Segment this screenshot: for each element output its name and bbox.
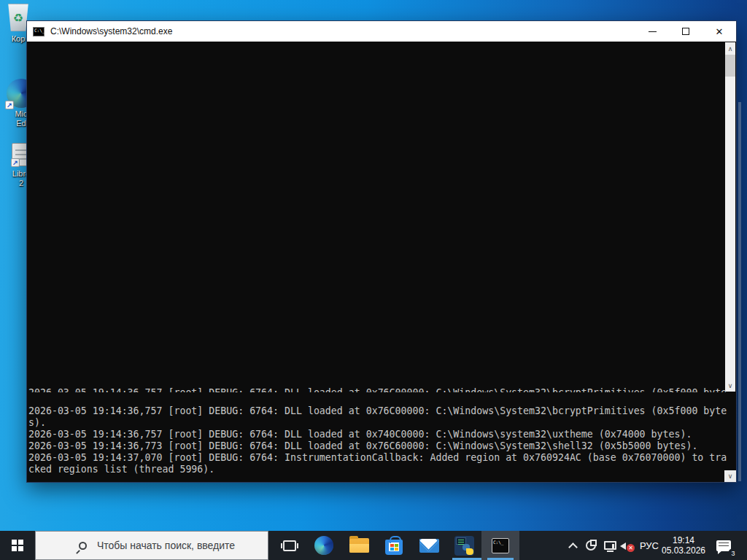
minimize-button[interactable] xyxy=(635,21,669,42)
taskbar-mail-button[interactable] xyxy=(411,531,446,560)
task-view-button[interactable] xyxy=(273,531,306,560)
language-indicator[interactable]: РУС xyxy=(636,531,662,560)
shortcut-arrow-icon: ↗ xyxy=(11,158,20,167)
taskbar-search[interactable]: Чтобы начать поиск, введите xyxy=(35,531,268,560)
console-log: 2026-03-05 19:14:36,757 [root] DEBUG: 67… xyxy=(28,405,727,475)
log-line: 2026-03-05 19:14:36,757 [root] DEBUG: 67… xyxy=(28,405,727,417)
action-center-button[interactable]: 3 xyxy=(711,531,737,560)
tray-volume-button[interactable]: ✕ xyxy=(619,531,636,560)
file-explorer-icon xyxy=(349,538,369,553)
edge-icon xyxy=(314,536,333,555)
window-title: C:\Windows\system32\cmd.exe xyxy=(50,26,172,36)
log-line: 2026-03-05 19:14:36,757 [root] DEBUG: 67… xyxy=(28,429,727,440)
taskbar-edge-button[interactable] xyxy=(306,531,341,560)
language-label: РУС xyxy=(640,540,659,551)
tray-recording-button[interactable] xyxy=(582,531,600,560)
scroll-up-icon[interactable]: ∧ xyxy=(725,42,735,55)
log-line: 2026-03-05 19:14:37,070 [root] DEBUG: 67… xyxy=(28,452,727,464)
recycle-glyph: ♻ xyxy=(13,11,23,25)
cmd-window: C:\_ C:\Windows\system32\cmd.exe ✕ ∧ ∨ 2… xyxy=(26,20,737,483)
taskbar-explorer-button[interactable] xyxy=(341,531,376,560)
taskbar-cmd-button[interactable]: C:\_ xyxy=(481,531,519,560)
cmd-icon: C:\_ xyxy=(492,538,509,553)
volume-muted-icon: ✕ xyxy=(620,540,635,551)
clock[interactable]: 19:14 05.03.2026 xyxy=(659,531,708,560)
maximize-button[interactable] xyxy=(669,21,703,42)
start-button[interactable] xyxy=(0,531,35,560)
log-line: 2026-03-05 19:14:36,773 [root] DEBUG: 67… xyxy=(28,440,727,452)
screen: ♻ Кор ↗ Mic Ed ↗ Libre 2 C:\_ C:\Windows… xyxy=(0,0,747,560)
search-placeholder: Чтобы начать поиск, введите xyxy=(97,540,235,551)
shortcut-arrow-icon: ↗ xyxy=(5,101,14,109)
log-line: s). xyxy=(28,417,727,429)
close-button[interactable]: ✕ xyxy=(703,21,736,42)
clipped-log-text: 2026-03-05 19:14:36,757 [root] DEBUG: 67… xyxy=(28,388,726,392)
scroll-down-icon[interactable]: ∨ xyxy=(725,379,735,392)
windows-logo-icon xyxy=(12,540,23,551)
taskbar-python-button[interactable] xyxy=(446,531,481,560)
window-titlebar[interactable]: C:\_ C:\Windows\system32\cmd.exe ✕ xyxy=(27,21,736,42)
cmd-icon: C:\_ xyxy=(33,27,44,36)
log-line: cked regions list (thread 5996). xyxy=(28,464,727,475)
mute-badge: ✕ xyxy=(627,544,635,552)
taskbar: Чтобы начать поиск, введите C xyxy=(0,531,747,560)
recording-circle-icon xyxy=(586,540,596,551)
clock-date: 05.03.2026 xyxy=(662,545,705,556)
scroll-down-icon-bottom[interactable]: ∨ xyxy=(724,470,736,482)
tray-expand-button[interactable] xyxy=(565,531,581,560)
clipped-log-line: 2026-03-05 19:14:36,757 [root] DEBUG: 67… xyxy=(28,388,726,392)
clock-time: 19:14 xyxy=(673,535,694,545)
console-scrollbar[interactable]: ∧ ∨ xyxy=(725,42,735,392)
notification-badge: 3 xyxy=(728,548,738,559)
mail-icon xyxy=(419,539,439,553)
search-icon xyxy=(79,542,87,550)
microsoft-store-icon xyxy=(385,540,403,555)
tray-network-button[interactable] xyxy=(601,531,619,560)
scrollbar-thumb[interactable] xyxy=(725,55,735,77)
task-view-icon xyxy=(283,540,296,551)
python-console-icon xyxy=(454,536,474,556)
wallpaper-light-beam xyxy=(738,102,741,481)
chevron-up-icon xyxy=(569,542,576,549)
taskbar-store-button[interactable] xyxy=(376,531,411,560)
